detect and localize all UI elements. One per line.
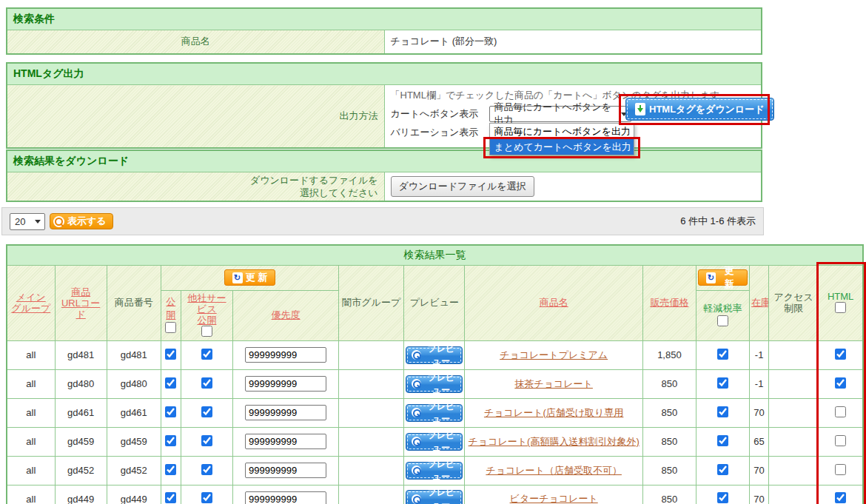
product-name-link[interactable]: 抹茶チョコレート xyxy=(514,378,593,389)
cart-display-select[interactable]: 商品毎にカートへボタンを出力 xyxy=(489,106,631,122)
dropdown-option-per-product[interactable]: 商品毎にカートへボタンを出力 xyxy=(490,124,634,139)
other-service-checkbox[interactable] xyxy=(201,377,212,389)
public-checkbox[interactable] xyxy=(165,406,176,417)
results-header-reduced-tax: 軽減税率 xyxy=(696,290,749,340)
price-cell: 850 xyxy=(642,369,696,398)
html-checkbox[interactable] xyxy=(835,406,846,417)
other-service-cell xyxy=(181,398,232,427)
priority-input[interactable] xyxy=(245,463,326,478)
reduced-tax-checkbox[interactable] xyxy=(717,464,728,475)
public-checkbox[interactable] xyxy=(165,377,176,389)
url-code-cell: gd481 xyxy=(55,340,107,369)
public-checkbox[interactable] xyxy=(165,464,176,475)
public-checkbox[interactable] xyxy=(165,435,176,446)
public-select-all-checkbox[interactable] xyxy=(165,322,176,333)
preview-button[interactable]: プレビュー xyxy=(406,375,463,393)
html-checkbox[interactable] xyxy=(835,464,846,475)
html-checkbox[interactable] xyxy=(835,377,846,389)
stock-cell: 70 xyxy=(750,456,769,485)
black-market-group-cell xyxy=(339,456,404,485)
public-cell xyxy=(161,485,181,504)
preview-button[interactable]: プレビュー xyxy=(406,346,463,364)
black-market-group-cell xyxy=(339,485,404,504)
product-name-condition-value: チョコレート (部分一致) xyxy=(384,30,762,54)
priority-cell xyxy=(232,340,338,369)
other-service-cell xyxy=(181,456,232,485)
html-checkbox[interactable] xyxy=(835,492,846,503)
access-limit-cell xyxy=(769,398,819,427)
table-row: all gd452 gd452 プレビュー チョコレート（店舗受取不可） 850… xyxy=(7,456,863,485)
html-cell xyxy=(819,427,863,456)
reduced-tax-checkbox[interactable] xyxy=(717,349,728,360)
select-download-file-button[interactable]: ダウンロードファイルを選択 xyxy=(391,176,534,197)
preview-button[interactable]: プレビュー xyxy=(406,490,463,504)
show-button[interactable]: 表示する xyxy=(50,213,113,229)
results-header-main-group: メイン グループ xyxy=(7,265,55,340)
other-service-select-all-checkbox[interactable] xyxy=(201,326,212,337)
other-service-checkbox[interactable] xyxy=(201,406,212,417)
html-select-all-checkbox[interactable] xyxy=(835,302,846,313)
priority-cell xyxy=(232,398,338,427)
other-service-checkbox[interactable] xyxy=(201,464,212,475)
price-cell: 850 xyxy=(642,427,696,456)
results-header-priority: 優先度 xyxy=(232,290,338,340)
product-name-link[interactable]: チョコレート(店舗受け取り専用 xyxy=(484,407,623,418)
show-button-label: 表示する xyxy=(67,215,107,228)
priority-input[interactable] xyxy=(245,491,326,504)
priority-cell xyxy=(232,456,338,485)
update-button-left[interactable]: ↻ 更 新 xyxy=(224,269,276,286)
product-name-cell: チョコレート(高額購入送料割引対象外) xyxy=(465,427,642,456)
item-number-cell: gd481 xyxy=(107,340,161,369)
results-header-price: 販売価格 xyxy=(642,265,696,340)
preview-button[interactable]: プレビュー xyxy=(406,433,463,451)
product-name-label: 商品名 xyxy=(7,30,384,54)
public-checkbox[interactable] xyxy=(165,492,176,503)
reduced-tax-checkbox[interactable] xyxy=(717,492,728,503)
priority-input[interactable] xyxy=(245,376,326,392)
download-file-label: ダウンロードするファイルを 選択してください xyxy=(7,172,384,201)
html-cell xyxy=(819,340,863,369)
product-name-cell: チョコレート(店舗受け取り専用 xyxy=(465,398,642,427)
stock-cell: 70 xyxy=(750,485,769,504)
html-cell xyxy=(819,398,863,427)
html-tag-download-button[interactable]: HTMLタグをダウンロード xyxy=(625,98,774,121)
access-limit-cell xyxy=(769,485,819,504)
price-cell: 850 xyxy=(642,485,696,504)
update-button-right[interactable]: ↻ 更 新 xyxy=(698,269,748,286)
reduced-tax-select-all-checkbox[interactable] xyxy=(717,315,728,326)
results-header-public: 公開 xyxy=(161,290,181,340)
reduced-tax-checkbox[interactable] xyxy=(717,435,728,446)
black-market-group-cell xyxy=(339,427,404,456)
results-header-html: HTML xyxy=(819,265,863,340)
priority-input[interactable] xyxy=(245,347,326,363)
public-cell xyxy=(161,427,181,456)
other-service-checkbox[interactable] xyxy=(201,492,212,503)
preview-button[interactable]: プレビュー xyxy=(406,462,463,480)
price-cell: 850 xyxy=(642,456,696,485)
search-conditions-title: 検索条件 xyxy=(7,8,762,30)
download-results-section: 検索結果をダウンロード ダウンロードするファイルを 選択してください ダウンロー… xyxy=(6,149,762,202)
search-conditions-section: 検索条件 商品名 チョコレート (部分一致) xyxy=(6,7,762,55)
preview-search-icon xyxy=(412,350,421,360)
html-cell xyxy=(819,369,863,398)
main-group-cell: all xyxy=(7,427,55,456)
html-checkbox[interactable] xyxy=(835,349,846,360)
product-name-cell: チョコレートプレミアム xyxy=(465,340,642,369)
product-name-link[interactable]: チョコレート（店舗受取不可） xyxy=(486,465,622,476)
product-name-link[interactable]: ビターチョコレート xyxy=(510,493,598,504)
other-service-checkbox[interactable] xyxy=(201,349,212,360)
priority-input[interactable] xyxy=(245,434,326,449)
priority-cell xyxy=(232,485,338,504)
html-checkbox[interactable] xyxy=(835,435,846,446)
product-name-link[interactable]: チョコレート(高額購入送料割引対象外) xyxy=(469,436,640,447)
page-size-select[interactable]: 20 xyxy=(10,213,45,230)
reduced-tax-checkbox[interactable] xyxy=(717,406,728,417)
preview-button[interactable]: プレビュー xyxy=(406,404,463,422)
results-header-preview: プレビュー xyxy=(404,265,465,340)
reduced-tax-checkbox[interactable] xyxy=(717,377,728,389)
product-name-link[interactable]: チョコレートプレミアム xyxy=(500,349,608,360)
dropdown-option-combined[interactable]: まとめてカートへボタンを出力 xyxy=(490,139,634,155)
other-service-checkbox[interactable] xyxy=(201,435,212,446)
public-checkbox[interactable] xyxy=(165,349,176,360)
priority-input[interactable] xyxy=(245,405,326,420)
